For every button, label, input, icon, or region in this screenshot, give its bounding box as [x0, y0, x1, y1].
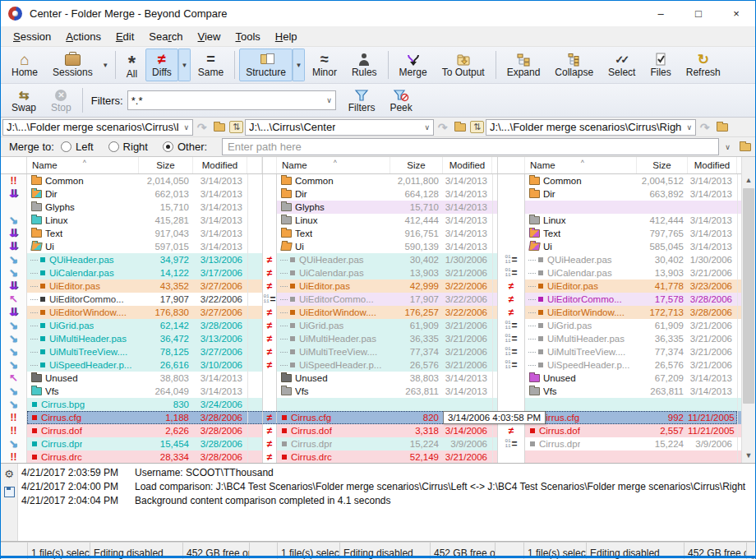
table-row[interactable]: !!Cirrus.dof2,6263/28/2006≠Cirrus.dof3,3…	[1, 424, 744, 437]
output-path-input[interactable]: Enter path here	[222, 138, 719, 155]
name-cell[interactable]: UiEditorWindow....	[27, 306, 139, 319]
center-open-folder-icon[interactable]	[452, 119, 468, 135]
left-open-folder-icon[interactable]	[211, 119, 227, 135]
name-cell[interactable]: UiEditor.pas	[277, 280, 390, 293]
select-button[interactable]: ✓✓ Select	[602, 49, 642, 81]
name-cell[interactable]: UiCalendar.pas	[525, 266, 637, 280]
show-diffs-button[interactable]: ≠ Diffs	[145, 49, 178, 81]
maximize-button[interactable]: □	[680, 1, 717, 26]
name-cell[interactable]: UiGrid.pas	[277, 319, 390, 332]
menu-session[interactable]: Session	[6, 29, 58, 44]
table-row[interactable]: ↘Vfs264,0493/14/2013Vfs263,8113/14/2013V…	[1, 385, 744, 398]
name-cell[interactable]: Cirrus.cfg	[277, 411, 390, 424]
menu-help[interactable]: Help	[268, 29, 305, 44]
action-cell[interactable]: ⇊	[1, 187, 27, 201]
name-column-header[interactable]: Name˄	[277, 157, 390, 173]
name-cell[interactable]: Common	[525, 174, 637, 187]
table-row[interactable]: ↘Cirrus.dpr15,4543/28/2006≠Cirrus.dpr15,…	[1, 437, 744, 450]
table-row[interactable]: !!Common2,014,0503/14/2013Common2,011,80…	[1, 174, 744, 187]
name-cell[interactable]: Vfs	[27, 385, 139, 398]
home-button[interactable]: ⌂ Home	[5, 49, 44, 81]
save-log-icon[interactable]	[4, 487, 15, 497]
name-cell[interactable]: UiCalendar.pas	[27, 266, 139, 280]
structure-button[interactable]: Structure	[239, 49, 293, 81]
action-cell[interactable]: ↘	[1, 214, 27, 227]
show-all-button[interactable]: * All	[120, 49, 144, 81]
table-row[interactable]: ↘UiCalendar.pas14,1223/17/2006≠UiCalenda…	[1, 266, 744, 280]
gear-icon[interactable]: ⚙	[4, 469, 14, 480]
filter-combobox[interactable]: *.* ∨	[127, 90, 336, 110]
rules-button[interactable]: Rules	[345, 49, 384, 81]
table-row[interactable]: Glyphs15,7103/14/2013Glyphs15,7103/14/20…	[1, 201, 744, 214]
action-cell[interactable]: !!	[1, 450, 27, 464]
diffs-dropdown[interactable]: ▼	[178, 49, 191, 81]
name-cell[interactable]: Linux	[277, 214, 390, 227]
modified-column-header[interactable]: Modified	[443, 157, 492, 173]
vertical-scrollbar[interactable]: ▲ ▼	[741, 157, 755, 463]
peek-button[interactable]: Peek	[383, 85, 418, 115]
name-cell[interactable]: Common	[277, 174, 390, 187]
collapse-button[interactable]: Collapse	[548, 49, 600, 81]
menu-edit[interactable]: Edit	[108, 29, 141, 44]
name-cell[interactable]: Glyphs	[277, 201, 390, 214]
name-cell[interactable]: Cirrus.dof	[277, 424, 390, 437]
menu-search[interactable]: Search	[141, 29, 190, 44]
action-cell[interactable]	[1, 201, 27, 214]
action-cell[interactable]: !!	[1, 424, 27, 437]
action-cell[interactable]: !!	[1, 174, 27, 187]
menu-view[interactable]: View	[191, 29, 228, 44]
name-cell[interactable]: UiMultiTreeView....	[525, 345, 637, 358]
right-open-folder-icon[interactable]	[714, 119, 730, 135]
table-row[interactable]: !!Cirrus.drc28,3343/28/2006≠Cirrus.drc52…	[1, 450, 744, 464]
name-cell[interactable]: UiGrid.pas	[525, 319, 637, 332]
name-cell[interactable]	[525, 398, 637, 411]
name-cell[interactable]: QUiHeader.pas	[525, 253, 637, 266]
chevron-down-icon[interactable]: ∨	[178, 123, 189, 132]
name-cell[interactable]: UiEditorWindow....	[277, 306, 390, 319]
name-cell[interactable]: QUiHeader.pas	[27, 253, 139, 266]
name-cell[interactable]: UiEditor.pas	[525, 280, 637, 293]
name-cell[interactable]: UiMultiTreeView....	[277, 345, 390, 358]
table-row[interactable]: ↘UiSpeedHeader.p...26,6163/10/2006≠UiSpe…	[1, 358, 744, 372]
name-cell[interactable]: Cirrus.bpg	[27, 398, 139, 411]
table-row[interactable]: ⇊UiEditor.pas43,3523/27/2006≠UiEditor.pa…	[1, 280, 744, 293]
action-cell[interactable]: ↘	[1, 437, 27, 450]
left-path-combobox[interactable]: J:\...\Folder merge scenarios\Cirrus\Lef…	[2, 119, 193, 136]
name-cell[interactable]: Cirrus.dpr	[525, 437, 637, 450]
action-cell[interactable]: ↘	[1, 345, 27, 358]
show-same-button[interactable]: = Same	[191, 49, 230, 81]
action-cell[interactable]: ⇊	[1, 306, 27, 319]
name-cell[interactable]	[525, 201, 637, 214]
table-row[interactable]: ⇊Text917,0433/14/2013Text916,7513/14/201…	[1, 227, 744, 240]
name-cell[interactable]: UiMultiTreeView....	[27, 345, 139, 358]
center-transfer-icon[interactable]: ⇅	[469, 119, 485, 135]
chevron-down-icon[interactable]: ∨	[321, 96, 332, 104]
name-cell[interactable]: Vfs	[277, 385, 390, 398]
name-cell[interactable]: UiSpeedHeader.p...	[27, 358, 139, 372]
action-cell[interactable]: ↘	[1, 319, 27, 332]
scrollbar-thumb[interactable]	[743, 188, 754, 404]
name-cell[interactable]: Glyphs	[27, 201, 139, 214]
modified-column-header[interactable]: Modified	[688, 157, 737, 173]
merge-to-other-radio[interactable]: Other:	[163, 141, 207, 153]
name-cell[interactable]: Linux	[27, 214, 139, 227]
size-column-header[interactable]: Size	[390, 157, 443, 173]
name-cell[interactable]: Dir	[525, 187, 637, 201]
files-button[interactable]: Files	[643, 49, 677, 81]
refresh-button[interactable]: ↻ Refresh	[680, 49, 727, 81]
name-cell[interactable]: QUiHeader.pas	[277, 253, 390, 266]
name-cell[interactable]: UiEditorCommo...	[277, 293, 390, 306]
table-row[interactable]: ↘Linux415,2813/14/2013Linux412,4443/14/2…	[1, 214, 744, 227]
table-row[interactable]: ↘UiMultiTreeView....78,1253/27/2006≠UiMu…	[1, 345, 744, 358]
action-cell[interactable]: ↘	[1, 332, 27, 345]
modified-column-header[interactable]: Modified	[193, 157, 247, 173]
action-cell[interactable]: ↖	[1, 372, 27, 385]
action-cell[interactable]: ↘	[1, 358, 27, 372]
name-cell[interactable]: Common	[27, 174, 139, 187]
name-cell[interactable]: Cirrus.dof	[525, 424, 637, 437]
merge-to-left-radio[interactable]: Left	[61, 141, 94, 153]
name-cell[interactable]: UiEditorCommo...	[525, 293, 637, 306]
table-row[interactable]: ↘Cirrus.bpg8303/24/2006	[1, 398, 744, 411]
name-cell[interactable]: Text	[525, 227, 637, 240]
name-cell[interactable]: Cirrus.drc	[27, 450, 139, 464]
